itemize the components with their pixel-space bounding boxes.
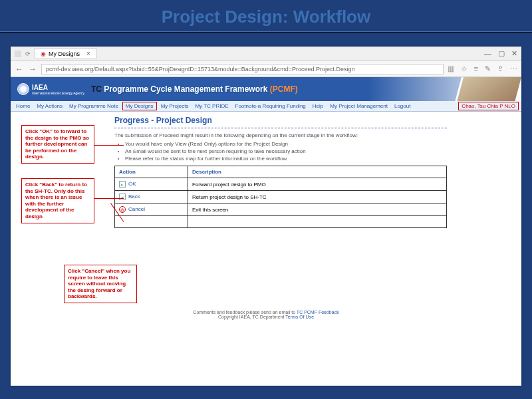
bullet-3: Please refer to the status map for furth…	[125, 156, 447, 162]
tab-title: My Designs	[49, 51, 80, 57]
menu-my-projects[interactable]: My Projects	[158, 102, 192, 110]
panel-intro: The submission of Proceed might result i…	[114, 132, 447, 162]
favorites-icon[interactable]: ☆	[461, 65, 467, 73]
share-icon[interactable]: ⇪	[497, 65, 503, 73]
footer-terms-link[interactable]: Terms Of Use	[285, 315, 314, 319]
window-icon	[15, 51, 21, 57]
callout-ok: Click "OK" to forward to the design to t…	[21, 125, 94, 164]
table-row	[115, 216, 447, 228]
callout-cancel: Click "Cancel" when you require to leave…	[64, 265, 137, 303]
panel-title: Progress - Project Design	[114, 116, 447, 126]
menu-my-actions[interactable]: My Actions	[34, 102, 65, 110]
current-user: Chao, Tsu Chia P NLO	[458, 102, 519, 110]
browser-tab[interactable]: ◉ My Designs ×	[35, 48, 96, 59]
footer-feedback-link[interactable]: TC PCMF Feedback	[297, 310, 339, 315]
page-footer: Comments and feedback please send an ema…	[11, 310, 521, 319]
forward-icon[interactable]: →	[28, 65, 37, 74]
empty-cell	[115, 216, 188, 228]
ok-icon: ▸	[119, 181, 126, 188]
progress-panel: Progress - Project Design The submission…	[114, 116, 447, 228]
empty-cell	[188, 216, 447, 228]
table-row: ⊘Cancel Exit this screen	[115, 203, 447, 216]
menu-footnote[interactable]: Footnote-a Requiring Funding	[233, 102, 309, 110]
reading-list-icon[interactable]: ▥	[448, 65, 454, 73]
footer-feedback-text: Comments and feedback please send an ema…	[193, 310, 295, 315]
minimize-icon[interactable]: —	[484, 49, 491, 58]
site-header: IAEA International Atomic Energy Agency …	[11, 77, 521, 101]
site-title: TC Programme Cycle Management Framework …	[91, 84, 298, 94]
panel-divider	[114, 128, 447, 128]
callout-line-2	[94, 198, 124, 199]
tab-favicon: ◉	[41, 51, 46, 57]
bullet-2: An Email would be sent to the next perso…	[125, 148, 447, 154]
callout-line-1	[94, 145, 124, 146]
site-title-acronym: (PCMF)	[270, 84, 298, 94]
hub-icon[interactable]: ≡	[474, 65, 478, 73]
action-table: Action Description ▸OK Forward project d…	[114, 166, 447, 228]
callout-back: Click "Back" to return to the SH-TC. Onl…	[21, 178, 94, 223]
maximize-icon[interactable]: ▢	[498, 49, 505, 58]
menu-logout[interactable]: Logout	[392, 102, 413, 110]
table-row: ◂Back Return project design to SH-TC	[115, 191, 447, 203]
footer-copyright: Copyright IAEA, TC Department	[218, 315, 284, 319]
title-underline	[0, 31, 532, 33]
action-cancel[interactable]: ⊘Cancel	[115, 203, 188, 216]
header-image	[455, 77, 521, 101]
close-window-icon[interactable]: ✕	[511, 49, 517, 58]
menu-help[interactable]: Help	[310, 102, 326, 110]
site-title-main: Programme Cycle Management Framework	[104, 84, 267, 94]
menu-home[interactable]: Home	[13, 102, 33, 110]
logo-subtext: International Atomic Energy Agency	[32, 91, 84, 95]
main-menu: Home My Actions My Programme Note My Des…	[11, 101, 521, 112]
browser-window: ⟳ ◉ My Designs × — ▢ ✕ ← → ▥ ☆ ≡ ✎ ⇪ ⋯	[11, 47, 521, 386]
cancel-icon: ⊘	[119, 206, 126, 213]
more-icon[interactable]: ⋯	[510, 65, 517, 73]
iaea-logo[interactable]: IAEA International Atomic Energy Agency	[17, 83, 84, 95]
tc-label: TC	[91, 84, 102, 94]
address-bar: ← → ▥ ☆ ≡ ✎ ⇪ ⋯	[11, 61, 521, 77]
intro-text: The submission of Proceed might result i…	[114, 132, 358, 138]
menu-my-tc-pride[interactable]: My TC PRIDE	[192, 102, 231, 110]
col-description: Description	[188, 166, 447, 178]
close-tab-icon[interactable]: ×	[86, 50, 90, 57]
back-action-icon: ◂	[119, 194, 126, 200]
content-area: Click "OK" to forward to the design to t…	[11, 112, 521, 386]
browser-titlebar: ⟳ ◉ My Designs × — ▢ ✕	[11, 47, 521, 61]
logo-text: IAEA	[32, 84, 48, 91]
globe-icon	[17, 83, 29, 95]
back-icon[interactable]: ←	[15, 65, 24, 74]
col-action: Action	[115, 166, 188, 178]
desc-cancel: Exit this screen	[188, 203, 447, 216]
menu-my-designs[interactable]: My Designs	[122, 102, 157, 110]
desc-ok: Forward project design to PMO	[188, 178, 447, 191]
action-ok[interactable]: ▸OK	[115, 178, 188, 191]
url-input[interactable]	[41, 64, 444, 74]
action-back[interactable]: ◂Back	[115, 191, 188, 203]
reload-icon[interactable]: ⟳	[25, 51, 31, 57]
menu-my-programme-note[interactable]: My Programme Note	[66, 102, 121, 110]
table-row: ▸OK Forward project design to PMO	[115, 178, 447, 191]
slide-title: Project Design: Workflow	[0, 0, 532, 31]
menu-my-project-management[interactable]: My Project Management	[327, 102, 390, 110]
desc-back: Return project design to SH-TC	[188, 191, 447, 203]
notes-icon[interactable]: ✎	[485, 65, 491, 73]
bullet-1: You would have only View (Read Only) opt…	[125, 141, 447, 147]
